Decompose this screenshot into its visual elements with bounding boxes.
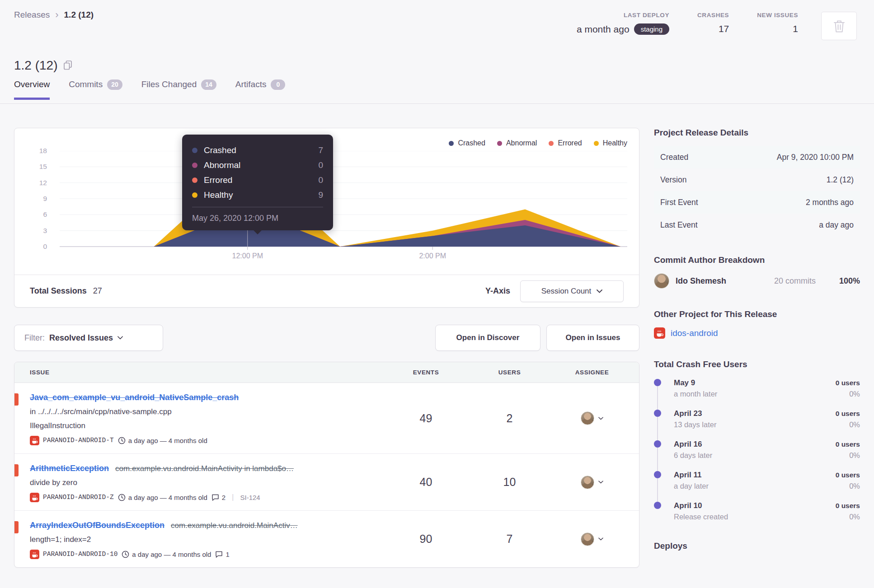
issues-toolbar: Filter: Resolved Issues Open in Discover… [14,325,639,351]
stat-new-issues-value: 1 [793,23,798,34]
total-sessions-value: 27 [93,286,102,296]
timeline-percent: 0% [849,511,860,522]
clock-icon [118,437,126,444]
stat-crashes: CRASHES 17 [697,12,729,35]
sessions-area-chart[interactable] [60,151,627,250]
legend-healthy[interactable]: Healthy [594,139,627,147]
sessions-chart-card: Crashed Abnormal Errored Healthy 18 15 [14,128,639,308]
chart-x-axis-labels: 12:00 PM 2:00 PM [60,252,627,262]
other-project-link[interactable]: idos-android [671,328,718,338]
issue-users-count: 2 [507,412,513,425]
detail-row-version: Version 1.2 (12) [654,168,860,191]
java-project-icon [30,436,39,445]
project-badge[interactable]: PARANOID-ANDROID-10 [30,550,117,559]
yaxis-label: Y-Axis [485,286,510,296]
y-tick-12: 12 [39,179,47,187]
timeline-users: 0 users [836,470,860,481]
issue-subtitle: IllegalInstruction [30,419,384,433]
chart-y-axis-labels: 18 15 12 9 6 3 0 [14,151,54,247]
timeline-date: April 11 [674,470,701,481]
breadcrumb-releases-link[interactable]: Releases [14,10,50,20]
timeline-date: May 9 [674,378,695,388]
assignee-avatar [581,532,594,546]
timeline-sub: a month later [674,388,717,399]
assignee-dropdown[interactable] [551,476,633,489]
issue-title-link[interactable]: ArrayIndexOutOfBoundsException [30,521,164,530]
breadcrumb-current: 1.2 (12) [64,10,94,20]
tab-artifacts[interactable]: Artifacts 0 [235,79,286,100]
stat-last-deploy-value: a month ago [577,24,630,35]
tab-files-changed[interactable]: Files Changed 14 [141,79,216,100]
timeline-percent: 0% [849,388,860,399]
meta-divider: | [232,493,234,502]
timeline-users: 0 users [836,408,860,419]
timeline-entry: April 160 users 6 days later0% [654,439,860,461]
project-badge[interactable]: PARANOID-ANDROID-Z [30,493,114,502]
assignee-dropdown[interactable] [551,411,633,425]
author-avatar [654,273,669,289]
issue-comments-count: 1 [226,551,229,558]
tab-commits[interactable]: Commits 20 [69,79,122,100]
issue-row: ArithmeticExceptioncom.example.vu.androi… [14,454,639,511]
open-in-discover-button[interactable]: Open in Discover [435,325,540,351]
delete-release-button[interactable] [821,12,857,40]
issue-subtitle: divide by zero [30,476,384,490]
y-tick-0: 0 [43,243,47,251]
issue-users-count: 7 [507,532,513,545]
stat-crashes-label: CRASHES [697,12,729,19]
sessions-chart-svg [60,151,627,250]
legend-crashed[interactable]: Crashed [449,139,485,147]
y-tick-6: 6 [43,210,47,219]
timeline-entry: April 110 users a day later0% [654,470,860,491]
detail-value: Apr 9, 2020 10:00 PM [777,153,854,162]
issue-title-link[interactable]: Java_com_example_vu_android_NativeSample… [30,393,239,402]
timeline-users: 0 users [836,378,860,388]
issue-comments: 2 [211,494,226,501]
legend-abnormal[interactable]: Abnormal [497,139,537,147]
detail-label: Created [660,153,688,162]
issues-table-header: ISSUE EVENTS USERS ASSIGNEE [14,362,639,383]
tooltip-crashed-label: Crashed [204,145,236,155]
tooltip-healthy-dot-icon [192,192,197,198]
tab-overview-label: Overview [14,79,50,89]
detail-row-last-event: Last Event a day ago [654,214,860,236]
commit-author-row: Ido Shemesh 20 commits 100% [654,273,860,289]
other-project-section: Other Project for This Release idos-andr… [654,309,860,339]
issue-age: a day ago — 4 months old [118,494,207,501]
issue-events-count: 49 [420,412,432,425]
legend-errored[interactable]: Errored [549,139,582,147]
tooltip-row-healthy: Healthy 9 [192,187,323,202]
tab-artifacts-label: Artifacts [235,79,267,89]
project-badge[interactable]: PARANOID-ANDROID-T [30,436,114,445]
detail-value: a day ago [819,220,854,230]
timeline-percent: 0% [849,450,860,461]
assignee-dropdown[interactable] [551,532,633,546]
issue-events-count: 40 [420,476,432,488]
issue-row: ArrayIndexOutOfBoundsExceptioncom.exampl… [14,511,639,567]
timeline-dot-icon [654,410,661,417]
issue-events-count: 90 [420,532,432,545]
project-slug: PARANOID-ANDROID-Z [43,494,114,501]
tab-overview[interactable]: Overview [14,79,50,100]
issue-title-link[interactable]: ArithmeticException [30,464,109,473]
java-project-icon [30,493,39,502]
timeline-sub: 13 days later [674,419,716,430]
other-project-title: Other Project for This Release [654,309,860,319]
yaxis-select[interactable]: Session Count [520,280,624,302]
tooltip-divider [192,207,323,207]
issue-subtitle: length=1; index=2 [30,532,384,546]
column-header-events: EVENTS [384,369,468,376]
open-in-discover-label: Open in Discover [456,333,520,342]
timeline-dot-icon [654,502,661,509]
copy-version-icon[interactable] [64,61,72,70]
error-level-tag [14,521,19,533]
staging-env-badge: staging [634,23,669,35]
issues-filter-dropdown[interactable]: Filter: Resolved Issues [14,325,163,351]
project-slug: PARANOID-ANDROID-10 [43,551,117,558]
legend-crashed-dot-icon [449,141,454,146]
open-in-issues-button[interactable]: Open in Issues [546,325,639,351]
comment-icon [211,494,219,501]
issue-age: a day ago — 4 months old [122,551,211,558]
issue-age-text: a day ago — 4 months old [132,551,211,558]
issue-age-text: a day ago — 4 months old [128,494,207,501]
